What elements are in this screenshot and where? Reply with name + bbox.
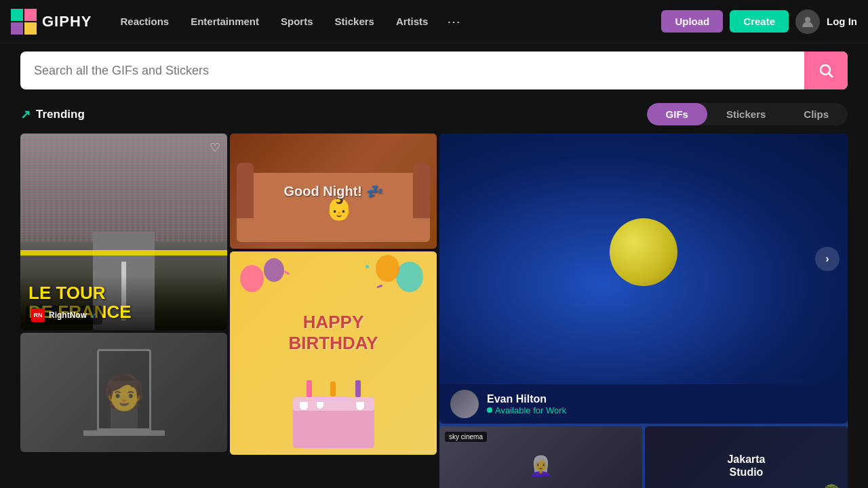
right-feature-column: › Evan Hilton Available for Work 👩‍� [439,134,848,488]
nav-item-entertainment[interactable]: Entertainment [181,12,269,31]
svg-rect-1 [24,9,37,21]
heart-icon[interactable]: ♡ [210,140,220,155]
trending-icon: ↗ [20,107,31,122]
attribution-logo: RN [31,308,45,322]
gif-card-birthday[interactable]: HAPPYBIRTHDAY [230,251,437,455]
svg-rect-2 [11,22,23,35]
login-button[interactable]: Log In [827,16,857,27]
nav-item-stickers[interactable]: Stickers [326,12,384,31]
feature-card[interactable]: › [439,134,848,384]
nav-actions: Upload Create Log In [661,9,857,34]
avatar [450,390,479,418]
card-attribution: RN RightNow ✓ [26,306,102,325]
nav-item-sports[interactable]: Sports [271,12,323,31]
filter-tabs: GIFs Stickers Clips [647,103,848,125]
nav-links: Reactions Entertainment Sports Stickers … [111,9,661,34]
trending-row: ↗ Trending GIFs Stickers Clips [0,98,868,131]
gif-card-tour[interactable]: LE TOUR DE FRANCE ♡ RN RightNow ✓ [20,134,227,330]
gif-card-goodnight[interactable]: 👶 Good Night! 💤 [230,134,437,249]
navbar: GIPHY Reactions Entertainment Sports Sti… [0,0,868,43]
svg-point-4 [805,17,810,22]
avatar[interactable] [795,9,820,34]
status-dot [487,407,492,413]
jakarta-mascot-icon: 🐢 [818,480,842,488]
feature-info: Evan Hilton Available for Work [439,384,848,424]
feature-name: Evan Hilton [487,393,566,405]
logo[interactable]: GIPHY [11,9,92,35]
feature-status: Available for Work [487,405,566,415]
trending-text: Trending [36,108,85,121]
gif-card-jakarta-studio[interactable]: Jakarta Studio 🐢 [645,426,848,488]
goodnight-text: Good Night! 💤 [283,183,382,199]
nav-item-reactions[interactable]: Reactions [111,12,178,31]
tennis-ball [610,218,677,286]
gif-card-person[interactable]: 🧑 [20,333,227,452]
more-options-icon[interactable]: ⋯ [440,9,467,34]
mid-column: 👶 Good Night! 💤 [230,134,437,488]
sky-cinema-badge: sky cinema [445,432,487,442]
gif-card-sky-cinema[interactable]: 👩‍🦳 sky cinema [439,426,642,488]
attribution-name: RightNow [49,310,87,320]
svg-line-6 [829,74,833,78]
logo-text: GIPHY [42,13,92,30]
birthday-text: HAPPYBIRTHDAY [289,312,378,354]
search-bar [20,52,848,89]
feature-creator-info: Evan Hilton Available for Work [487,393,566,415]
verified-icon: ✓ [91,311,97,320]
search-button[interactable] [804,52,848,89]
tab-gifs[interactable]: GIFs [647,103,707,125]
search-input[interactable] [20,64,804,78]
upload-button[interactable]: Upload [661,10,723,33]
create-button[interactable]: Create [730,10,789,33]
tab-clips[interactable]: Clips [785,103,848,125]
nav-item-artists[interactable]: Artists [387,12,438,31]
main-content: LE TOUR DE FRANCE ♡ RN RightNow ✓ [0,131,868,488]
tab-stickers[interactable]: Stickers [707,103,785,125]
next-button[interactable]: › [815,247,840,271]
left-column: LE TOUR DE FRANCE ♡ RN RightNow ✓ [20,134,227,488]
jakarta-studio-text: Jakarta Studio [727,453,765,479]
svg-point-5 [821,65,830,75]
svg-rect-0 [11,9,23,21]
trending-label: ↗ Trending [20,107,85,122]
search-icon [818,62,834,79]
svg-rect-3 [24,22,37,35]
tour-title-line1: LE TOUR [28,283,219,303]
